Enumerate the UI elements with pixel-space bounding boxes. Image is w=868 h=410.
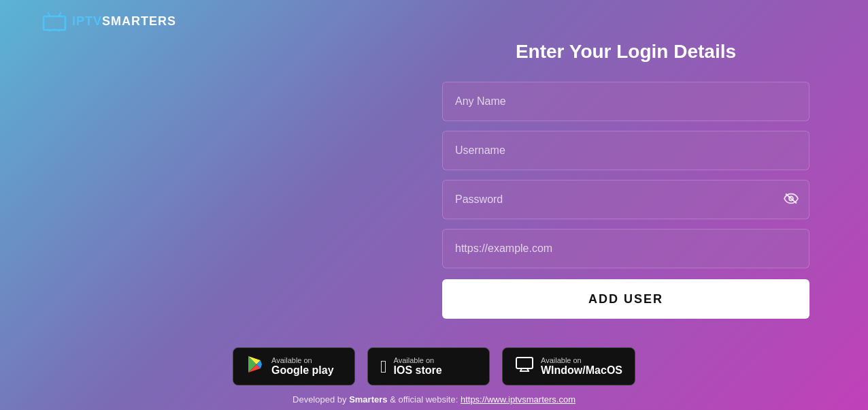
password-input-wrapper bbox=[442, 180, 809, 219]
ios-store-badge[interactable]:  Available on IOS store bbox=[367, 347, 490, 385]
footer: Developed by Smarters & official website… bbox=[0, 394, 868, 405]
password-input[interactable] bbox=[442, 180, 809, 219]
footer-brand: Smarters bbox=[349, 394, 387, 405]
logo: IPTVSMARTERS bbox=[41, 11, 176, 31]
name-input[interactable] bbox=[442, 82, 809, 121]
add-user-button[interactable]: ADD USER bbox=[442, 279, 809, 319]
monitor-icon bbox=[515, 356, 534, 377]
username-input-wrapper bbox=[442, 131, 809, 170]
ios-store-text: Available on IOS store bbox=[394, 356, 442, 377]
google-play-icon bbox=[246, 355, 265, 379]
svg-rect-0 bbox=[44, 16, 65, 30]
logo-label: IPTVSMARTERS bbox=[72, 14, 176, 29]
login-form-panel: Enter Your Login Details ADD USER bbox=[435, 41, 816, 319]
toggle-password-icon[interactable] bbox=[784, 192, 799, 208]
url-input[interactable] bbox=[442, 229, 809, 268]
footer-link[interactable]: https://www.iptvsmarters.com bbox=[461, 394, 575, 405]
name-input-wrapper bbox=[442, 82, 809, 121]
google-play-badge[interactable]: Available on Google play bbox=[233, 347, 355, 385]
apple-icon:  bbox=[380, 356, 387, 377]
tv-icon bbox=[41, 11, 68, 31]
windows-macos-text: Available on WIndow/MacOS bbox=[541, 356, 622, 377]
svg-rect-11 bbox=[516, 358, 533, 368]
google-play-text: Available on Google play bbox=[271, 356, 334, 377]
username-input[interactable] bbox=[442, 131, 809, 170]
footer-prefix: Developed by bbox=[293, 394, 349, 405]
store-badges-container: Available on Google play  Available on … bbox=[0, 347, 868, 385]
form-title: Enter Your Login Details bbox=[516, 41, 736, 63]
windows-macos-badge[interactable]: Available on WIndow/MacOS bbox=[502, 347, 635, 385]
url-input-wrapper bbox=[442, 229, 809, 268]
footer-middle: & official website: bbox=[388, 394, 461, 405]
